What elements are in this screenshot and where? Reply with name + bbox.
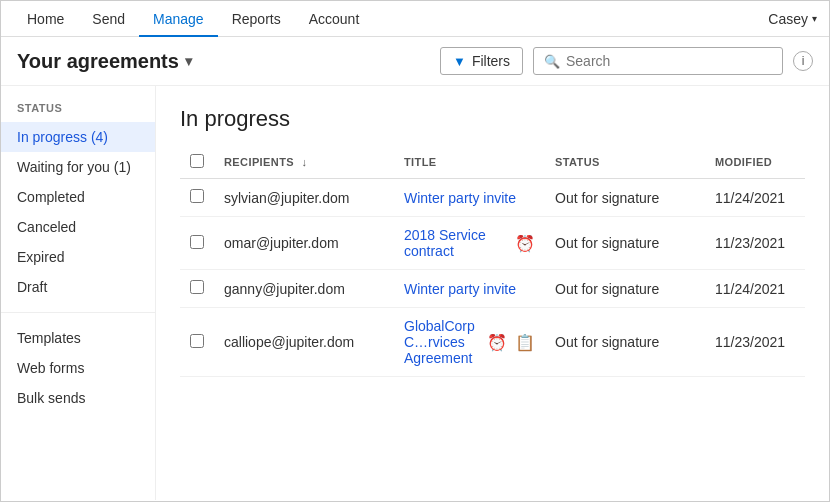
select-all-checkbox[interactable] [190, 154, 204, 168]
nav-account[interactable]: Account [295, 1, 374, 37]
main-layout: STATUS In progress (4) Waiting for you (… [1, 86, 829, 500]
row-checkbox-cell [180, 270, 214, 308]
col-title: TITLE [394, 148, 545, 179]
agreements-title-text: Your agreements [17, 50, 179, 73]
user-menu[interactable]: Casey ▾ [768, 11, 817, 27]
agreements-table: RECIPIENTS ↓ TITLE STATUS MODIFIED [180, 148, 805, 377]
sidebar-item-web-forms[interactable]: Web forms [1, 353, 155, 383]
title-cell: Winter party invite [394, 179, 545, 217]
search-box: 🔍 [533, 47, 783, 75]
sidebar-status-label: STATUS [1, 102, 155, 122]
filter-label: Filters [472, 53, 510, 69]
status-cell: Out for signature [545, 308, 705, 377]
sort-arrow-icon: ↓ [301, 156, 307, 168]
sidebar-item-canceled[interactable]: Canceled [1, 212, 155, 242]
title-cell: Winter party invite [394, 270, 545, 308]
table-row: omar@jupiter.dom 2018 Service contract ⏰… [180, 217, 805, 270]
col-recipients[interactable]: RECIPIENTS ↓ [214, 148, 394, 179]
col-status: STATUS [545, 148, 705, 179]
header-bar: Your agreements ▾ ▼ Filters 🔍 i [1, 37, 829, 86]
row-checkbox[interactable] [190, 334, 204, 348]
page-title: In progress [180, 106, 805, 132]
user-name: Casey [768, 11, 808, 27]
sidebar-item-completed[interactable]: Completed [1, 182, 155, 212]
modified-cell: 11/23/2021 [705, 217, 805, 270]
info-icon[interactable]: i [793, 51, 813, 71]
note-icon: 📋 [515, 333, 535, 352]
sidebar-item-waiting[interactable]: Waiting for you (1) [1, 152, 155, 182]
recipient-cell: omar@jupiter.dom [214, 217, 394, 270]
nav-manage[interactable]: Manage [139, 1, 218, 37]
table-row: calliope@jupiter.dom GlobalCorp C…rvices… [180, 308, 805, 377]
sidebar-divider [1, 312, 155, 313]
row-checkbox[interactable] [190, 235, 204, 249]
nav-reports[interactable]: Reports [218, 1, 295, 37]
col-modified: MODIFIED [705, 148, 805, 179]
nav-right: Casey ▾ [768, 11, 817, 27]
sidebar: STATUS In progress (4) Waiting for you (… [1, 86, 156, 500]
row-checkbox-cell [180, 179, 214, 217]
top-nav: Home Send Manage Reports Account Casey ▾ [1, 1, 829, 37]
title-label: TITLE [404, 156, 437, 168]
agreement-title[interactable]: Winter party invite [404, 190, 516, 206]
search-input[interactable] [566, 53, 772, 69]
recipient-cell: calliope@jupiter.dom [214, 308, 394, 377]
row-checkbox[interactable] [190, 280, 204, 294]
status-cell: Out for signature [545, 217, 705, 270]
sidebar-item-draft[interactable]: Draft [1, 272, 155, 302]
filter-icon: ▼ [453, 54, 466, 69]
recipient-cell: sylvian@jupiter.dom [214, 179, 394, 217]
nav-home[interactable]: Home [13, 1, 78, 37]
table-row: sylvian@jupiter.dom Winter party invite … [180, 179, 805, 217]
table-header-row: RECIPIENTS ↓ TITLE STATUS MODIFIED [180, 148, 805, 179]
recipient-cell: ganny@jupiter.dom [214, 270, 394, 308]
status-label: STATUS [555, 156, 600, 168]
nav-send[interactable]: Send [78, 1, 139, 37]
sidebar-item-expired[interactable]: Expired [1, 242, 155, 272]
agreement-title[interactable]: Winter party invite [404, 281, 516, 297]
main-content: In progress RECIPIENTS ↓ TITLE STATUS [156, 86, 829, 500]
remind-icon: ⏰ [515, 234, 535, 253]
select-all-col [180, 148, 214, 179]
status-cell: Out for signature [545, 179, 705, 217]
remind-icon: ⏰ [487, 333, 507, 352]
chevron-down-icon: ▾ [185, 53, 192, 69]
modified-cell: 11/24/2021 [705, 179, 805, 217]
modified-cell: 11/23/2021 [705, 308, 805, 377]
row-checkbox-cell [180, 217, 214, 270]
sidebar-item-bulk-sends[interactable]: Bulk sends [1, 383, 155, 413]
sidebar-item-in-progress[interactable]: In progress (4) [1, 122, 155, 152]
filter-button[interactable]: ▼ Filters [440, 47, 523, 75]
agreement-title[interactable]: 2018 Service contract [404, 227, 507, 259]
modified-cell: 11/24/2021 [705, 270, 805, 308]
recipients-label: RECIPIENTS [224, 156, 294, 168]
chevron-down-icon: ▾ [812, 13, 817, 24]
title-cell: 2018 Service contract ⏰ [394, 217, 545, 270]
agreement-title[interactable]: GlobalCorp C…rvices Agreement [404, 318, 479, 366]
sidebar-item-templates[interactable]: Templates [1, 323, 155, 353]
search-icon: 🔍 [544, 54, 560, 69]
title-cell: GlobalCorp C…rvices Agreement ⏰ 📋 [394, 308, 545, 377]
header-actions: ▼ Filters 🔍 i [440, 47, 813, 75]
modified-label: MODIFIED [715, 156, 772, 168]
row-checkbox-cell [180, 308, 214, 377]
row-checkbox[interactable] [190, 189, 204, 203]
table-row: ganny@jupiter.dom Winter party invite Ou… [180, 270, 805, 308]
status-cell: Out for signature [545, 270, 705, 308]
agreements-title[interactable]: Your agreements ▾ [17, 50, 192, 73]
